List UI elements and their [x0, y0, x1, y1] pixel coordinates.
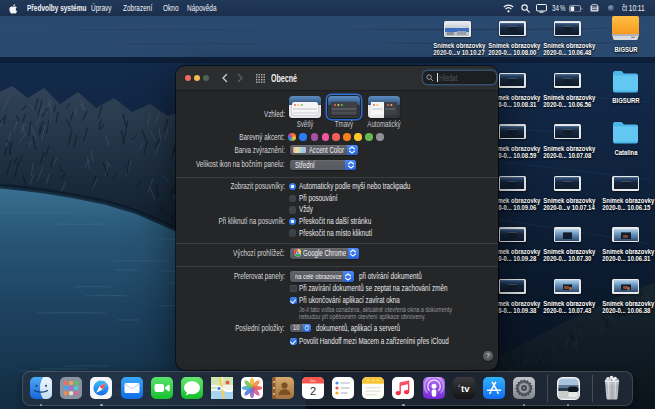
- svg-text:2: 2: [310, 384, 316, 396]
- svg-text:čvc: čvc: [310, 379, 316, 383]
- svg-text:tv: tv: [461, 383, 470, 394]
